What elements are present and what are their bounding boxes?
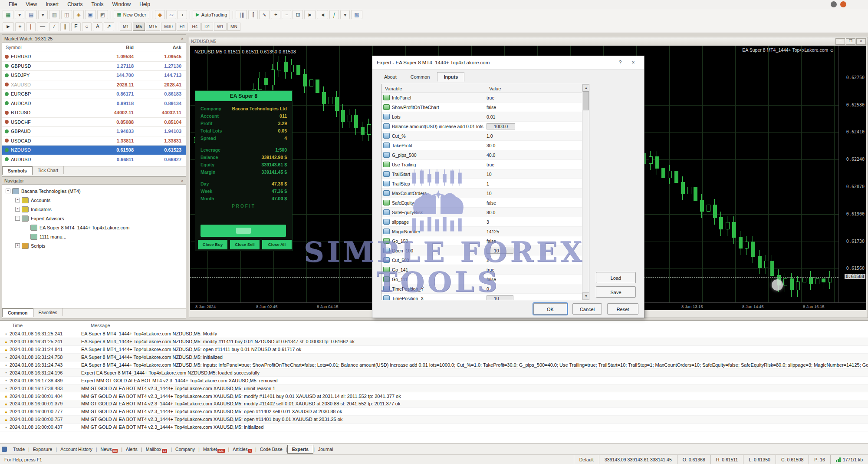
log-row[interactable]: ▲2024.01.08 16:31:25.241EA Super 8 MT4_1… <box>0 338 868 346</box>
timeframe-h4[interactable]: H4 <box>189 23 201 31</box>
profiles-icon[interactable]: ▤ <box>26 10 36 19</box>
collapse-icon[interactable]: − <box>6 189 10 193</box>
arrows-icon[interactable]: ↗ <box>104 22 114 31</box>
chart-close-icon[interactable]: × <box>856 38 866 45</box>
input-row[interactable]: SafeEquityRisk80.0 <box>381 208 589 217</box>
input-row[interactable]: Go_141true <box>381 265 589 275</box>
chart-price-scale[interactable]: 0.627500.625800.624100.622400.620700.619… <box>838 46 866 302</box>
input-row[interactable]: slippage3 <box>381 217 589 227</box>
timeframe-d1[interactable]: D1 <box>201 23 213 31</box>
log-row[interactable]: ▪2024.01.08 16:00:00.437MM GT GOLD AI EA… <box>0 424 868 431</box>
market-watch-row[interactable]: USDCAD1.338111.33831 <box>2 136 186 146</box>
log-row[interactable]: ▪2024.01.08 16:31:24.758EA Super 8 MT4_1… <box>0 354 868 361</box>
menu-charts[interactable]: Charts <box>63 0 87 8</box>
log-row[interactable]: ▲2024.01.08 16:00:00.757MM GT GOLD AI EA… <box>0 416 868 424</box>
tab-account-history[interactable]: Account History <box>57 445 96 454</box>
chart-shift-icon[interactable]: ◄ <box>317 10 328 19</box>
tab-favorites[interactable]: Favorites <box>33 308 63 316</box>
param-value[interactable]: 1000.0 <box>487 123 589 129</box>
input-row[interactable]: InfoPaneltrue <box>381 93 589 103</box>
input-row[interactable]: Lots0.01 <box>381 112 589 122</box>
input-row[interactable]: Go_150false <box>381 236 589 246</box>
menu-insert[interactable]: Insert <box>41 0 63 8</box>
menu-window[interactable]: Window <box>108 0 135 8</box>
column-time[interactable]: Time <box>0 323 91 328</box>
market-watch-row[interactable]: AUDUSD0.668110.66827 <box>2 155 186 165</box>
bar-chart-icon[interactable]: ∣∥ <box>236 10 247 19</box>
shapes-icon[interactable]: ○ <box>82 22 92 31</box>
log-row[interactable]: ▲2024.01.08 16:00:00.777MM GT GOLD AI EA… <box>0 408 868 416</box>
new-order-button[interactable]: ▦ New Order <box>114 10 149 19</box>
input-row[interactable]: MaxCountOrders10 <box>381 189 589 198</box>
autotrading-button[interactable]: ▶ AutoTrading <box>193 10 230 19</box>
input-row[interactable]: TrailStart10 <box>381 169 589 179</box>
channel-icon[interactable]: ∥ <box>60 22 70 31</box>
param-value[interactable]: 30.0 <box>487 143 589 148</box>
timeframe-w1[interactable]: W1 <box>214 23 227 31</box>
live-update-icon[interactable] <box>840 1 846 7</box>
param-value[interactable]: false <box>487 277 589 282</box>
zoom-in-icon[interactable]: + <box>271 10 280 19</box>
tab-trade[interactable]: Trade <box>10 445 28 454</box>
line-chart-icon[interactable]: ∿ <box>259 10 270 19</box>
log-row[interactable]: ▲2024.01.08 16:00:01.404MM GT GOLD AI EA… <box>0 392 868 400</box>
menu-file[interactable]: File <box>4 0 21 8</box>
column-ask[interactable]: Ask <box>138 45 186 50</box>
param-value[interactable]: 10 <box>487 172 589 177</box>
input-row[interactable]: TrailStep1 <box>381 179 589 189</box>
param-value[interactable]: 2 <box>487 258 589 263</box>
ea-close-sell-button[interactable]: Close Sell <box>230 240 260 249</box>
strategy-tester-icon[interactable]: ◩ <box>97 10 108 19</box>
input-row[interactable]: Balance amount(USD) increase add 0.01 lo… <box>381 122 589 131</box>
navigator-item[interactable]: +Indicators <box>2 205 186 214</box>
market-watch-icon[interactable]: ▥ <box>49 10 60 19</box>
ok-button[interactable]: OK <box>533 303 567 315</box>
tab-inputs[interactable]: Inputs <box>437 72 464 82</box>
navigator-item[interactable]: +Accounts <box>2 196 186 205</box>
menu-view[interactable]: View <box>21 0 41 8</box>
timeframe-m30[interactable]: M30 <box>161 23 175 31</box>
fibonacci-icon[interactable]: F <box>71 22 81 31</box>
navigator-item[interactable]: 1111 manu... <box>2 232 186 241</box>
navigator-item[interactable]: EA Super 8 MT4_1444+ Top4xLakore.com <box>2 223 186 232</box>
dialog-help-icon[interactable]: ? <box>614 58 627 67</box>
column-message[interactable]: Message <box>91 323 868 328</box>
candlestick-icon[interactable]: ⫿ <box>248 10 258 19</box>
log-row[interactable]: ▪2024.01.08 16:31:25.241EA Super 8 MT4_1… <box>0 330 868 338</box>
input-row[interactable]: Open_10010 <box>381 246 589 255</box>
expand-icon[interactable]: + <box>15 207 20 212</box>
timeframe-m1[interactable]: M1 <box>120 23 132 31</box>
column-bid[interactable]: Bid <box>90 45 138 50</box>
vertical-line-icon[interactable]: | <box>26 22 36 31</box>
indicators-icon[interactable]: ƒ <box>329 10 339 19</box>
log-row[interactable]: ▪2024.01.08 16:17:38.489Expert MM GT GOL… <box>0 377 868 384</box>
timeframe-m15[interactable]: M15 <box>146 23 160 31</box>
tab-market[interactable]: Market121 <box>200 445 228 454</box>
log-row[interactable]: ▲2024.01.08 16:00:01.379MM GT GOLD AI EA… <box>0 400 868 408</box>
column-variable[interactable]: Variable <box>381 86 489 91</box>
log-row[interactable]: ▪2024.01.08 16:31:24.196Expert EA Super … <box>0 369 868 377</box>
scroll-thumb[interactable] <box>583 91 589 110</box>
tab-articles[interactable]: Articles4 <box>229 445 255 454</box>
param-value[interactable]: false <box>487 200 589 205</box>
cursor-icon[interactable]: ► <box>3 22 14 31</box>
input-row[interactable]: TakeProfit30.0 <box>381 141 589 150</box>
navigator-item[interactable]: −Bacana Technologies (MT4) <box>2 186 186 196</box>
column-value[interactable]: Value <box>489 86 589 91</box>
column-symbol[interactable]: Symbol <box>2 45 90 50</box>
tab-mailbox[interactable]: Mailbox13 <box>142 445 171 454</box>
market-watch-row[interactable]: GBPAUD1.940331.94103 <box>2 127 186 136</box>
expand-icon[interactable]: + <box>15 243 20 248</box>
scroll-down-icon[interactable]: ▼ <box>582 292 589 300</box>
periods-dropdown-icon[interactable]: ▾ <box>340 10 350 19</box>
expand-icon[interactable]: + <box>15 198 20 202</box>
search-icon[interactable] <box>831 1 837 7</box>
market-watch-row[interactable]: BTCUSD44002.1144032.11 <box>2 108 186 118</box>
dialog-titlebar[interactable]: Expert - EA Super 8 MT4_1444+ Top4xLakor… <box>372 56 644 70</box>
param-value[interactable]: 10 <box>487 191 589 196</box>
param-value[interactable]: 80.0 <box>487 210 589 215</box>
tab-company[interactable]: Company <box>172 445 198 454</box>
zoom-out-icon[interactable]: − <box>282 10 291 19</box>
ea-trade-button[interactable] <box>201 225 286 237</box>
param-value[interactable]: 3 <box>487 219 589 225</box>
